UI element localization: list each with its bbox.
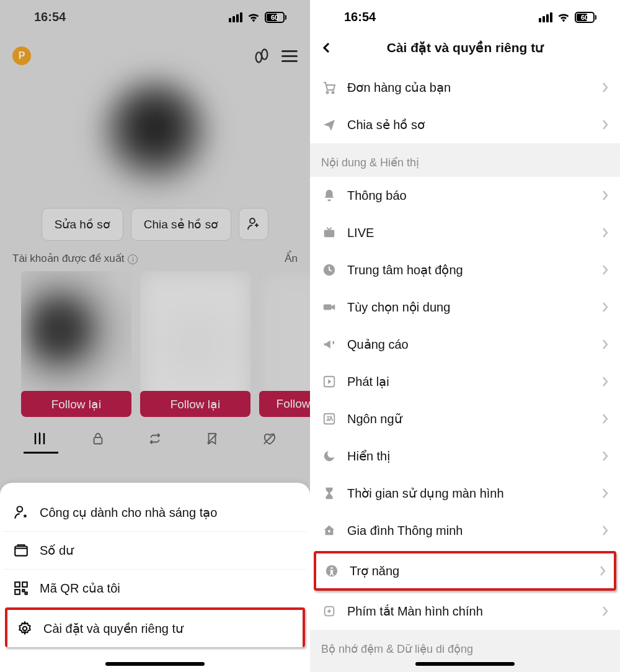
chevron-right-icon [601, 190, 609, 201]
svg-point-20 [330, 567, 332, 569]
item-screen-time[interactable]: Thời gian sử dụng màn hình [310, 475, 620, 512]
edit-profile-button[interactable]: Sửa hồ sơ [42, 208, 123, 241]
chevron-right-icon [601, 339, 609, 350]
item-home-shortcut[interactable]: Phím tắt Màn hình chính [310, 593, 620, 630]
svg-point-1 [262, 50, 267, 60]
chevron-right-icon [601, 488, 609, 499]
chevron-right-icon [601, 227, 609, 238]
item-accessibility-highlight: Trợ năng [314, 551, 616, 591]
item-label: Đơn hàng của bạn [347, 80, 451, 95]
item-notifications[interactable]: Thông báo [310, 177, 620, 214]
follow-button[interactable]: Follow lại [140, 391, 250, 417]
item-label: Thời gian sử dụng màn hình [347, 486, 504, 501]
clock-icon [321, 262, 337, 278]
status-indicators: 60 [539, 12, 596, 23]
svg-rect-3 [94, 437, 102, 444]
profile-tabbar [0, 432, 310, 454]
menu-icon[interactable] [281, 50, 298, 62]
tab-liked[interactable] [252, 432, 286, 454]
suggested-cards[interactable]: Follow lại Follow lại Follow [0, 271, 310, 417]
gear-icon [16, 620, 33, 637]
sheet-item-label: Công cụ dành cho nhà sáng tạo [40, 505, 217, 520]
tab-saved[interactable] [195, 432, 229, 454]
svg-rect-18 [324, 414, 335, 424]
bell-icon [321, 187, 337, 204]
item-label: Phát lại [347, 374, 389, 389]
hourglass-icon [321, 485, 337, 501]
info-icon[interactable]: i [128, 254, 138, 264]
chevron-right-icon [601, 264, 609, 276]
sheet-item-balance[interactable]: Số dư [4, 532, 306, 570]
item-activity-center[interactable]: Trung tâm hoạt động [310, 251, 620, 289]
item-label: Tùy chọn nội dung [347, 300, 450, 315]
item-live[interactable]: LIVE [310, 214, 620, 251]
item-content-pref[interactable]: Tùy chọn nội dung [310, 289, 620, 326]
suggested-card[interactable]: Follow lại [140, 271, 250, 417]
chevron-right-icon [601, 302, 609, 313]
svg-point-0 [256, 52, 262, 62]
profile-buttons: Sửa hồ sơ Chia sẻ hồ sơ [0, 208, 310, 241]
share-icon [321, 117, 337, 133]
item-playback[interactable]: Phát lại [310, 363, 620, 400]
sheet-item-label: Cài đặt và quyền riêng tư [43, 621, 184, 636]
item-share-profile[interactable]: Chia sẻ hồ sơ [310, 106, 620, 143]
item-label: Trợ năng [350, 563, 399, 578]
chevron-right-icon [601, 525, 609, 536]
chevron-right-icon [601, 376, 609, 387]
sheet-item-label: Mã QR của tôi [40, 581, 120, 596]
svg-rect-9 [22, 589, 24, 591]
settings-screen: 16:54 60 Cài đặt và quyền riêng tư Đơn h… [310, 0, 620, 672]
home-indicator[interactable] [415, 662, 515, 666]
sheet-item-creator-tools[interactable]: Công cụ dành cho nhà sáng tạo [4, 494, 306, 532]
section-cache: Bộ nhớ đệm & Dữ liệu di động [310, 630, 620, 658]
status-bar: 16:54 60 [0, 0, 310, 34]
tab-repost[interactable] [138, 432, 172, 454]
suggested-card[interactable]: Follow [259, 271, 310, 417]
add-friend-button[interactable] [239, 208, 268, 240]
status-time: 16:54 [34, 10, 66, 24]
chevron-right-icon [601, 82, 609, 93]
item-label: Gia đình Thông minh [347, 524, 463, 538]
sheet-item-qr[interactable]: Mã QR của tôi [4, 570, 306, 607]
avatar [99, 78, 211, 189]
sheet-item-label: Số dư [40, 543, 74, 558]
cellular-icon [229, 12, 242, 22]
item-label: Phím tắt Màn hình chính [347, 604, 483, 619]
share-profile-button[interactable]: Chia sẻ hồ sơ [131, 208, 231, 241]
item-ads[interactable]: Quảng cáo [310, 326, 620, 363]
item-label: Hiển thị [347, 449, 391, 464]
settings-content-group: Thông báo LIVE Trung tâm hoạt động Tùy c… [310, 177, 620, 630]
sheet-item-settings-privacy[interactable]: Cài đặt và quyền riêng tư [5, 607, 305, 647]
follow-button[interactable]: Follow [259, 391, 310, 417]
wallet-icon [12, 542, 30, 559]
suggested-card[interactable]: Follow lại [21, 271, 131, 417]
play-icon [321, 374, 337, 390]
item-label: LIVE [347, 226, 374, 240]
item-family-pairing[interactable]: Gia đình Thông minh [310, 512, 620, 549]
suggested-accounts-header: Tài khoản được đề xuấti Ẩn [0, 252, 310, 271]
item-display[interactable]: Hiển thị [310, 437, 620, 475]
item-label: Thông báo [347, 189, 407, 203]
status-indicators: 60 [229, 12, 286, 23]
person-star-icon [12, 504, 30, 521]
item-orders[interactable]: Đơn hàng của bạn [310, 69, 620, 106]
home-indicator[interactable] [105, 662, 205, 666]
item-accessibility[interactable]: Trợ năng [316, 553, 614, 588]
tv-icon [321, 225, 337, 241]
wifi-icon [557, 12, 570, 22]
qr-icon [12, 580, 30, 597]
tab-grid[interactable] [24, 432, 58, 454]
item-language[interactable]: Ngôn ngữ [310, 400, 620, 437]
tab-private[interactable] [81, 432, 115, 454]
item-label: Chia sẻ hồ sơ [347, 117, 425, 132]
footprint-icon[interactable] [253, 47, 270, 65]
svg-rect-7 [22, 582, 27, 587]
svg-rect-6 [15, 582, 20, 587]
home-heart-icon [321, 522, 337, 539]
accessibility-icon [324, 563, 340, 579]
hide-link[interactable]: Ẩn [285, 252, 298, 265]
follow-button[interactable]: Follow lại [21, 391, 131, 417]
p-badge-icon[interactable]: P [12, 47, 31, 65]
section-content-display: Nội dung & Hiển thị [310, 143, 620, 177]
svg-point-2 [250, 218, 255, 223]
